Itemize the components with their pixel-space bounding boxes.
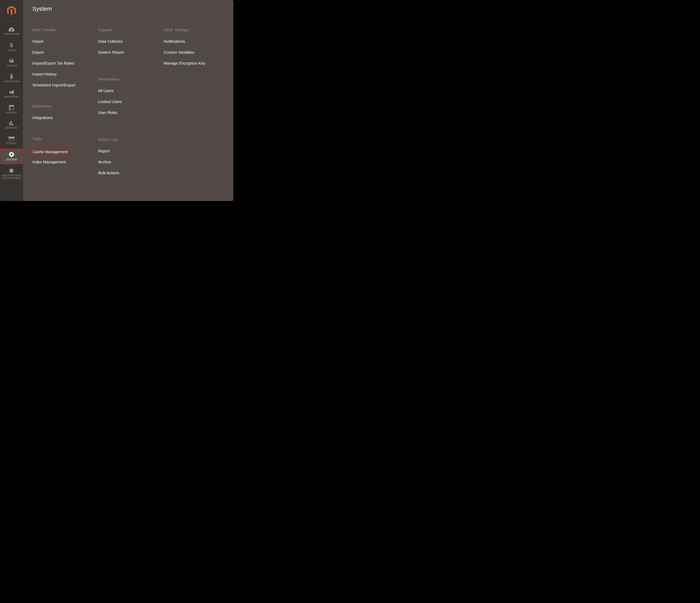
menu-link-notifications[interactable]: Notifications bbox=[164, 39, 226, 44]
group-other-settings: Other Settings Notifications Custom Vari… bbox=[164, 28, 226, 72]
group-title: Data Transfer bbox=[32, 28, 94, 32]
megaphone-icon bbox=[9, 90, 14, 94]
sidebar-item-dashboard[interactable]: DASHBOARD bbox=[0, 24, 23, 39]
magento-logo-icon bbox=[7, 6, 16, 16]
svg-point-0 bbox=[11, 29, 12, 30]
flyout-title: System bbox=[32, 5, 226, 12]
sidebar-item-marketing[interactable]: MARKETING bbox=[0, 86, 23, 102]
person-icon bbox=[10, 74, 13, 79]
sidebar-item-stores[interactable]: STORES bbox=[0, 133, 23, 148]
system-flyout-panel: System Data Transfer Import Export Impor… bbox=[23, 0, 233, 201]
group-title: Action Logs bbox=[98, 137, 160, 142]
menu-link-data-collector[interactable]: Data Collector bbox=[98, 39, 160, 44]
group-title: Tools bbox=[32, 137, 94, 141]
dashboard-icon bbox=[8, 27, 15, 31]
flyout-column: Data Transfer Import Export Import/Expor… bbox=[32, 28, 94, 192]
svg-rect-7 bbox=[9, 122, 10, 125]
menu-link-report[interactable]: Report bbox=[98, 148, 160, 153]
group-extensions: Extensions Integrations bbox=[32, 104, 94, 126]
menu-link-archive[interactable]: Archive bbox=[98, 160, 160, 165]
sidebar-item-customers[interactable]: CUSTOMERS bbox=[0, 70, 23, 86]
brand-logo[interactable] bbox=[7, 6, 16, 20]
flyout-column: Other Settings Notifications Custom Vari… bbox=[164, 28, 226, 192]
group-title: Permissions bbox=[98, 77, 160, 81]
sidebar-item-label: SYSTEM bbox=[5, 158, 17, 161]
sidebar-item-content[interactable]: CONTENT bbox=[0, 102, 23, 117]
sidebar-item-label: FIND PARTNERS & EXTENSIONS bbox=[0, 174, 23, 180]
dollar-icon: $ bbox=[10, 42, 13, 48]
sidebar-item-label: CATALOG bbox=[5, 65, 18, 67]
bars-icon bbox=[9, 121, 14, 125]
svg-text:$: $ bbox=[10, 42, 13, 48]
puzzle-icon bbox=[9, 168, 14, 173]
menu-link-user-roles[interactable]: User Roles bbox=[98, 110, 160, 115]
svg-point-3 bbox=[11, 74, 12, 75]
group-title: Extensions bbox=[32, 104, 94, 108]
sidebar-item-label: CONTENT bbox=[5, 111, 19, 114]
flyout-column: Support Data Collector System Report Per… bbox=[98, 28, 160, 192]
storefront-icon bbox=[8, 137, 15, 141]
sidebar-item-label: MARKETING bbox=[3, 95, 20, 98]
group-data-transfer: Data Transfer Import Export Import/Expor… bbox=[32, 28, 94, 94]
sidebar-item-reports[interactable]: REPORTS bbox=[0, 117, 23, 133]
menu-link-import-history[interactable]: Import History bbox=[32, 72, 94, 77]
sidebar-item-find-partners[interactable]: FIND PARTNERS & EXTENSIONS bbox=[0, 165, 23, 182]
menu-link-locked-users[interactable]: Locked Users bbox=[98, 99, 160, 104]
menu-link-integrations[interactable]: Integrations bbox=[32, 115, 94, 120]
gear-icon bbox=[9, 152, 14, 157]
group-tools: Tools Cache Management Index Management bbox=[32, 137, 94, 170]
menu-link-scheduled-import-export[interactable]: Scheduled Import/Export bbox=[32, 82, 94, 88]
group-support: Support Data Collector System Report bbox=[98, 28, 160, 61]
sidebar-item-sales[interactable]: $ SALES bbox=[0, 39, 23, 55]
box-icon bbox=[9, 58, 14, 63]
group-title: Other Settings bbox=[164, 28, 226, 32]
sidebar-item-system[interactable]: SYSTEM bbox=[0, 148, 23, 164]
sidebar-item-label: DASHBOARD bbox=[3, 32, 20, 35]
svg-rect-10 bbox=[9, 139, 14, 141]
svg-rect-9 bbox=[12, 123, 13, 125]
layout-icon bbox=[9, 105, 14, 110]
sidebar-item-label: REPORTS bbox=[5, 127, 18, 129]
app-window: DASHBOARD $ SALES CATALOG CUSTOMERS MARK… bbox=[0, 0, 233, 201]
menu-link-cache-management[interactable]: Cache Management bbox=[30, 148, 71, 156]
menu-link-all-users[interactable]: All Users bbox=[98, 88, 160, 93]
menu-link-import[interactable]: Import bbox=[32, 39, 94, 44]
menu-link-system-report[interactable]: System Report bbox=[98, 50, 160, 55]
group-action-logs: Action Logs Report Archive Bulk Actions bbox=[98, 137, 160, 181]
svg-rect-8 bbox=[11, 121, 12, 125]
sidebar-item-catalog[interactable]: CATALOG bbox=[0, 55, 23, 70]
sidebar-item-label: STORES bbox=[6, 142, 18, 145]
group-title: Support bbox=[98, 28, 160, 32]
svg-rect-5 bbox=[9, 105, 14, 106]
menu-link-index-management[interactable]: Index Management bbox=[32, 160, 94, 165]
menu-link-custom-variables[interactable]: Custom Variables bbox=[164, 50, 226, 55]
menu-link-manage-encryption-key[interactable]: Manage Encryption Key bbox=[164, 61, 226, 66]
svg-rect-6 bbox=[9, 106, 11, 110]
menu-link-export[interactable]: Export bbox=[32, 50, 94, 55]
group-permissions: Permissions All Users Locked Users User … bbox=[98, 77, 160, 121]
sidebar-item-label: SALES bbox=[7, 49, 17, 52]
menu-link-bulk-actions[interactable]: Bulk Actions bbox=[98, 170, 160, 175]
sidebar: DASHBOARD $ SALES CATALOG CUSTOMERS MARK… bbox=[0, 0, 23, 201]
menu-link-import-export-tax-rates[interactable]: Import/Export Tax Rates bbox=[32, 61, 94, 66]
flyout-columns: Data Transfer Import Export Import/Expor… bbox=[32, 28, 226, 192]
sidebar-item-label: CUSTOMERS bbox=[3, 80, 20, 83]
